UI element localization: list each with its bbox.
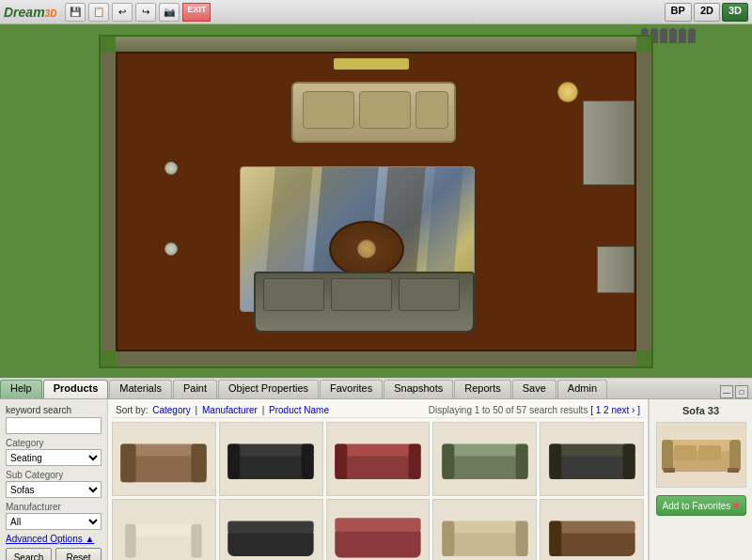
svg-rect-20 (126, 533, 203, 557)
search-panel: keyword search Category Seating Tables L… (0, 399, 108, 560)
room-view[interactable] (99, 35, 653, 368)
room-left-wall (101, 52, 116, 351)
tab-reports[interactable]: Reports (454, 380, 511, 398)
panel-minimize[interactable]: — (720, 385, 733, 398)
room-floor (116, 52, 636, 351)
manufacturer-select[interactable]: All Ashley IKEA (6, 513, 102, 530)
subcategory-select[interactable]: Sofas Chairs Loveseats (6, 481, 102, 498)
canvas-area[interactable] (0, 24, 752, 378)
product-item[interactable] (432, 422, 537, 496)
svg-rect-30 (442, 521, 454, 556)
category-select[interactable]: Seating Tables Lighting (6, 449, 102, 466)
cabinet-right-small[interactable] (597, 246, 634, 293)
product-item[interactable] (112, 499, 216, 560)
sort-category[interactable]: Category (152, 405, 191, 415)
undo-button[interactable]: ↩ (112, 3, 133, 22)
panel-maximize[interactable]: □ (735, 385, 748, 398)
svg-rect-17 (549, 443, 634, 456)
2d-view-button[interactable]: 2D (694, 3, 720, 22)
ceiling-fixture (334, 58, 409, 70)
product-item[interactable] (219, 422, 323, 496)
page-next[interactable]: next › ] (611, 405, 640, 415)
detail-panel: Sofa 33 Add to Favorites ♥ (649, 399, 752, 560)
page-2[interactable]: 2 (603, 405, 609, 415)
svg-rect-3 (192, 443, 207, 482)
sofa-top[interactable] (291, 82, 456, 143)
redo-button[interactable]: ↪ (135, 3, 156, 22)
category-label: Category (6, 438, 102, 448)
tab-help[interactable]: Help (0, 380, 42, 398)
coffee-table[interactable] (329, 221, 404, 277)
svg-rect-31 (515, 521, 527, 556)
product-item[interactable] (219, 499, 323, 560)
svg-rect-13 (442, 443, 527, 456)
product-item[interactable] (432, 499, 537, 560)
svg-rect-9 (335, 443, 420, 456)
exit-button[interactable]: EXIT (182, 3, 211, 22)
svg-rect-10 (335, 443, 347, 479)
product-item[interactable] (540, 422, 644, 496)
tab-favorites[interactable]: Favorites (320, 380, 383, 398)
room-ceiling (116, 37, 636, 52)
sort-label: Sort by: (116, 405, 150, 415)
svg-rect-22 (126, 524, 136, 558)
sofa-bottom[interactable] (254, 272, 475, 333)
tab-paint[interactable]: Paint (173, 380, 217, 398)
svg-rect-27 (335, 518, 420, 532)
sort-links: Sort by: Category | Manufacturer | Produ… (116, 405, 331, 415)
product-item[interactable] (540, 499, 644, 560)
page-1[interactable]: [ 1 (590, 405, 601, 415)
tab-materials[interactable]: Materials (109, 380, 172, 398)
cabinet-right[interactable] (583, 101, 634, 185)
save-button[interactable]: 💾 (65, 3, 86, 22)
svg-rect-71 (662, 440, 673, 472)
product-item[interactable] (112, 422, 216, 496)
room-bottom-wall (116, 351, 636, 366)
svg-rect-75 (664, 468, 675, 473)
manufacturer-label: Manufacturer (6, 502, 102, 512)
product-grid-area[interactable]: Sort by: Category | Manufacturer | Produ… (108, 399, 649, 560)
bp-view-button[interactable]: BP (665, 3, 692, 22)
tab-snapshots[interactable]: Snapshots (384, 380, 453, 398)
svg-rect-5 (227, 443, 313, 456)
add-to-favorites-button[interactable]: Add to Favorites ♥ (656, 495, 746, 516)
svg-rect-7 (302, 443, 314, 479)
sort-manufacturer[interactable]: Manufacturer (202, 405, 258, 415)
copy-button[interactable]: 📋 (88, 3, 109, 22)
tab-admin[interactable]: Admin (557, 380, 607, 398)
svg-rect-14 (442, 443, 454, 479)
detail-product-name: Sofa 33 (682, 405, 719, 416)
svg-rect-21 (126, 524, 203, 537)
tab-products[interactable]: Products (43, 380, 109, 398)
sort-product-name[interactable]: Product Name (269, 405, 329, 415)
svg-rect-29 (442, 521, 527, 533)
tab-object-properties[interactable]: Object Properties (218, 380, 319, 398)
light-top-right (557, 82, 578, 102)
svg-rect-6 (227, 443, 240, 479)
svg-rect-73 (674, 445, 697, 460)
app-logo: Dream3D (4, 5, 56, 20)
svg-rect-72 (729, 440, 741, 472)
product-item[interactable] (326, 422, 431, 496)
subcategory-label: Sub Category (6, 470, 102, 480)
svg-rect-18 (549, 443, 561, 479)
heart-icon: ♥ (732, 499, 739, 512)
panel-controls: keyword search Category Seating Tables L… (0, 399, 752, 560)
reset-button[interactable]: Reset (55, 548, 102, 560)
result-count: Displaying 1 to 50 of 57 search results … (429, 405, 640, 415)
svg-rect-23 (192, 524, 202, 558)
product-grid (112, 422, 644, 560)
toolbar: Dream3D 💾 📋 ↩ ↪ 📷 EXIT BP 2D 3D (0, 0, 752, 24)
camera-button[interactable]: 📷 (159, 3, 180, 22)
3d-view-button[interactable]: 3D (722, 3, 748, 22)
product-item[interactable] (326, 499, 431, 560)
svg-rect-33 (549, 521, 634, 533)
tab-save[interactable]: Save (512, 380, 556, 398)
svg-rect-25 (227, 521, 313, 533)
svg-rect-76 (728, 468, 739, 473)
search-button[interactable]: Search (6, 548, 52, 560)
svg-rect-34 (549, 521, 561, 556)
keyword-input[interactable] (6, 417, 102, 434)
advanced-options-link[interactable]: Advanced Options ▲ (6, 534, 102, 544)
sort-bar: Sort by: Category | Manufacturer | Produ… (112, 403, 644, 418)
